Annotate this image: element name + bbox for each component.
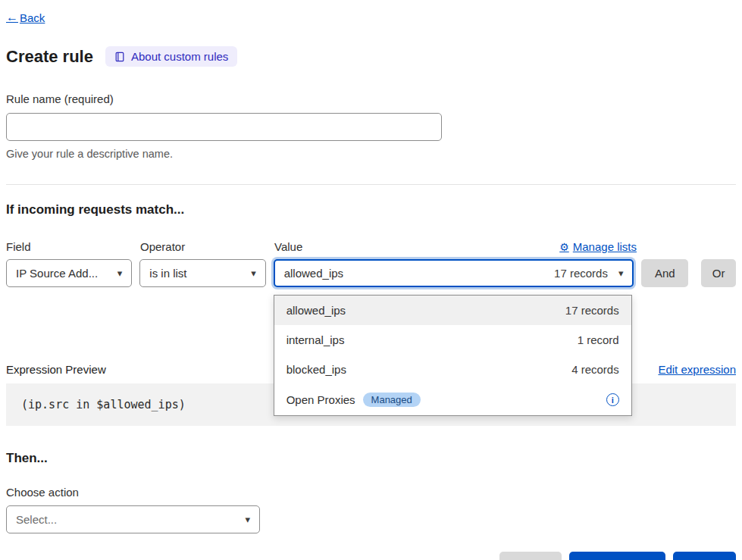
- operator-select-value: is in list: [149, 267, 186, 280]
- about-custom-rules-link[interactable]: About custom rules: [105, 46, 237, 67]
- value-column-label: Value: [274, 240, 302, 253]
- manage-lists-link[interactable]: ⚙ Manage lists: [559, 240, 637, 253]
- list-item-internal-ips[interactable]: internal_ips 1 record: [274, 325, 631, 355]
- page-title: Create rule: [6, 47, 93, 67]
- operator-column-label: Operator: [140, 240, 267, 253]
- field-column-label: Field: [6, 240, 133, 253]
- match-controls-row: IP Source Add... ▾ is in list ▾ allowed_…: [6, 259, 736, 287]
- gear-icon: ⚙: [559, 241, 569, 253]
- expression-preview-label: Expression Preview: [6, 363, 106, 376]
- info-icon[interactable]: i: [606, 393, 619, 406]
- back-link-label: Back: [20, 11, 45, 24]
- match-heading: If incoming requests match...: [6, 202, 736, 217]
- value-select-wrap: allowed_ips 17 records ▾ allowed_ips 17 …: [274, 259, 634, 287]
- list-dropdown-panel: allowed_ips 17 records internal_ips 1 re…: [274, 295, 632, 416]
- field-select[interactable]: IP Source Add... ▾: [6, 259, 132, 287]
- back-link[interactable]: ← Back: [6, 11, 45, 24]
- list-item-blocked-ips[interactable]: blocked_ips 4 records: [274, 355, 631, 384]
- list-item-open-proxies[interactable]: Open Proxies Managed i: [274, 384, 631, 415]
- choose-action-label: Choose action: [6, 486, 736, 499]
- deploy-button[interactable]: Deploy: [673, 552, 736, 560]
- managed-badge: Managed: [363, 393, 421, 407]
- list-item-name: blocked_ips: [286, 363, 346, 376]
- value-select-meta: 17 records: [554, 267, 608, 280]
- field-select-value: IP Source Add...: [16, 267, 98, 280]
- rule-name-label: Rule name (required): [6, 92, 736, 105]
- chevron-down-icon: ▾: [245, 514, 250, 525]
- save-as-draft-button[interactable]: Save as Draft: [569, 552, 665, 560]
- list-item-name: allowed_ips: [286, 304, 346, 317]
- rule-name-help: Give your rule a descriptive name.: [6, 148, 736, 160]
- about-chip-label: About custom rules: [131, 50, 228, 63]
- chevron-down-icon: ▾: [618, 267, 624, 279]
- edit-expression-link[interactable]: Edit expression: [658, 363, 736, 376]
- chevron-down-icon: ▾: [251, 267, 256, 279]
- then-heading: Then...: [6, 451, 736, 466]
- create-rule-page: ← Back Create rule About custom rules Ru…: [0, 0, 742, 560]
- match-column-labels: Field Operator Value ⚙ Manage lists: [6, 240, 736, 253]
- back-arrow-icon: ←: [6, 11, 18, 24]
- value-select[interactable]: allowed_ips 17 records ▾: [274, 259, 634, 287]
- and-button[interactable]: And: [641, 259, 688, 287]
- value-select-name: allowed_ips: [284, 267, 343, 280]
- list-item-meta: 17 records: [565, 304, 619, 317]
- action-select-placeholder: Select...: [16, 513, 57, 526]
- operator-select[interactable]: is in list ▾: [139, 259, 265, 287]
- manage-lists-label: Manage lists: [573, 240, 637, 253]
- cancel-button[interactable]: Cancel: [499, 552, 562, 560]
- title-row: Create rule About custom rules: [6, 46, 736, 67]
- list-item-allowed-ips[interactable]: allowed_ips 17 records: [274, 296, 631, 325]
- list-item-meta: 4 records: [571, 363, 619, 376]
- or-button[interactable]: Or: [701, 259, 736, 287]
- list-item-meta: 1 record: [578, 333, 619, 346]
- section-divider: [6, 184, 736, 185]
- rule-name-input[interactable]: [6, 113, 442, 141]
- footer-actions: Cancel Save as Draft Deploy: [6, 552, 736, 560]
- list-item-name: Open Proxies: [286, 393, 355, 406]
- action-select[interactable]: Select... ▾: [6, 505, 260, 533]
- book-icon: [114, 52, 125, 62]
- chevron-down-icon: ▾: [117, 267, 123, 279]
- list-item-name: internal_ips: [286, 333, 345, 346]
